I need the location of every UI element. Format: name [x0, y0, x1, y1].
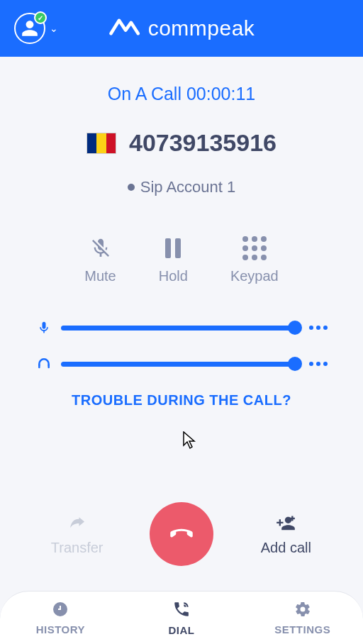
tab-history-label: HISTORY — [36, 623, 85, 635]
mic-volume-slider[interactable] — [61, 326, 301, 331]
mute-label: Mute — [84, 268, 116, 284]
mute-icon — [88, 235, 113, 261]
hold-button[interactable]: Hold — [159, 235, 188, 284]
chevron-down-icon: ⌄ — [50, 23, 58, 34]
microphone-icon — [35, 320, 52, 335]
call-panel: On A Call 00:00:11 40739135916 Sip Accou… — [0, 57, 363, 409]
headphones-icon — [35, 357, 52, 371]
mute-button[interactable]: Mute — [84, 235, 116, 284]
trouble-link[interactable]: TROUBLE DURING THE CALL? — [21, 392, 342, 409]
call-timer: 00:00:11 — [186, 84, 255, 104]
gear-icon — [294, 601, 311, 621]
tab-settings[interactable]: SETTINGS — [242, 592, 363, 644]
transfer-label: Transfer — [51, 540, 104, 556]
tab-dial-label: DIAL — [169, 624, 195, 636]
brand: commpeak — [108, 14, 255, 43]
number-row: 40739135916 — [21, 129, 342, 157]
sip-account-label: Sip Account 1 — [140, 178, 236, 196]
speaker-volume-row — [21, 357, 342, 371]
keypad-label: Keypad — [230, 268, 279, 284]
phone-number: 40739135916 — [129, 129, 277, 157]
speaker-volume-slider[interactable] — [61, 362, 301, 367]
tab-dial[interactable]: DIAL — [121, 592, 242, 644]
flag-romania-icon — [86, 133, 116, 154]
sip-account: Sip Account 1 — [21, 178, 342, 196]
mic-volume-row — [21, 320, 342, 335]
add-person-icon — [273, 513, 298, 534]
call-status: On A Call 00:00:11 — [21, 84, 342, 104]
call-status-text: On A Call — [108, 84, 182, 104]
app-header: ⌄ commpeak — [0, 0, 363, 57]
hangup-button[interactable] — [150, 502, 213, 566]
account-menu[interactable]: ⌄ — [14, 13, 58, 44]
dial-icon — [172, 600, 191, 621]
status-online-icon — [34, 11, 47, 24]
add-call-button[interactable]: Add call — [247, 513, 325, 556]
speaker-more-button[interactable] — [309, 362, 328, 366]
brand-name: commpeak — [148, 16, 255, 40]
keypad-icon — [242, 235, 267, 261]
tab-bar: HISTORY DIAL SETTINGS — [0, 591, 363, 644]
call-actions: Transfer Add call — [0, 502, 363, 566]
add-call-label: Add call — [261, 540, 311, 556]
slider-thumb[interactable] — [288, 357, 302, 371]
pause-icon — [160, 235, 186, 261]
hangup-icon — [167, 518, 196, 550]
history-icon — [52, 601, 69, 621]
slider-thumb[interactable] — [288, 321, 302, 335]
hold-label: Hold — [159, 268, 188, 284]
keypad-button[interactable]: Keypad — [230, 235, 279, 284]
brand-logo-icon — [108, 14, 141, 43]
tab-settings-label: SETTINGS — [274, 623, 330, 635]
avatar — [14, 13, 45, 44]
cursor-icon — [183, 431, 197, 450]
transfer-button[interactable]: Transfer — [38, 513, 116, 556]
transfer-icon — [65, 513, 90, 534]
tab-history[interactable]: HISTORY — [0, 592, 121, 644]
mic-more-button[interactable] — [309, 326, 328, 330]
call-controls: Mute Hold Keypad — [21, 235, 342, 284]
bullet-icon — [128, 184, 135, 191]
